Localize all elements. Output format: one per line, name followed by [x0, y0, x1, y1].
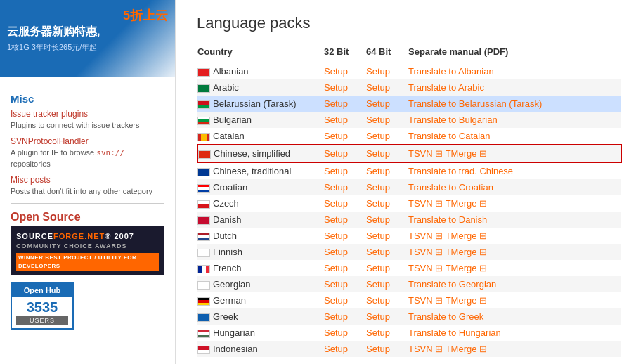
manual-link[interactable]: TSVN ⊞ TMerge ⊞ [408, 148, 487, 159]
setup-32bit[interactable]: Setup [324, 341, 366, 357]
setup-64bit-link[interactable]: Setup [366, 198, 390, 209]
manual-link[interactable]: TSVN ⊞ TMerge ⊞ [408, 263, 487, 273]
svnprotocol-link[interactable]: SVNProtocolHandler [11, 136, 164, 146]
setup-64bit-link[interactable]: Setup [366, 66, 390, 77]
setup-32bit[interactable]: Setup [324, 96, 366, 112]
setup-32bit[interactable]: Setup [324, 79, 366, 96]
manual-link[interactable]: Translate to Albanian [408, 66, 494, 77]
setup-32bit[interactable]: Setup [324, 308, 366, 325]
setup-64bit-link[interactable]: Setup [366, 344, 390, 354]
setup-64bit-link[interactable]: Setup [366, 182, 390, 193]
sidebar-ad[interactable]: 云服务器新购特惠, 5折上云 1核1G 3年时长265元/年起 [0, 0, 175, 77]
setup-32bit-link[interactable]: Setup [324, 230, 348, 241]
setup-64bit[interactable]: Setup [366, 96, 408, 112]
setup-64bit[interactable]: Setup [366, 244, 408, 260]
setup-64bit[interactable]: Setup [366, 260, 408, 276]
setup-64bit[interactable]: Setup [366, 112, 408, 128]
setup-64bit-link[interactable]: Setup [366, 214, 390, 225]
setup-32bit[interactable]: Setup [324, 179, 366, 195]
manual-cell[interactable]: Translate to Arabic [408, 79, 621, 96]
setup-64bit[interactable]: Setup [366, 63, 408, 80]
manual-cell[interactable]: Translate to Georgian [408, 276, 621, 292]
setup-64bit[interactable]: Setup [366, 195, 408, 212]
manual-link[interactable]: Translate to Georgian [408, 279, 496, 290]
setup-64bit-link[interactable]: Setup [366, 295, 390, 306]
setup-64bit[interactable]: Setup [366, 179, 408, 195]
setup-64bit-link[interactable]: Setup [366, 327, 390, 338]
manual-link[interactable]: Translate to Arabic [408, 82, 484, 93]
setup-64bit[interactable]: Setup [366, 228, 408, 244]
setup-64bit-link[interactable]: Setup [366, 148, 390, 159]
setup-64bit[interactable]: Setup [366, 162, 408, 179]
openhub-badge[interactable]: Open Hub 3535 USERS [11, 282, 74, 330]
setup-64bit[interactable]: Setup [366, 145, 408, 162]
setup-32bit[interactable]: Setup [324, 128, 366, 145]
setup-64bit[interactable]: Setup [366, 292, 408, 308]
manual-link[interactable]: Translate to Danish [408, 214, 487, 225]
setup-64bit-link[interactable]: Setup [366, 166, 390, 176]
manual-link[interactable]: Translate to Bulgarian [408, 115, 498, 125]
manual-cell[interactable]: TSVN ⊞ TMerge ⊞ [408, 292, 621, 308]
setup-32bit[interactable]: Setup [324, 145, 366, 162]
setup-32bit-link[interactable]: Setup [324, 279, 348, 290]
manual-cell[interactable]: TSVN ⊞ TMerge ⊞ [408, 145, 621, 162]
setup-32bit-link[interactable]: Setup [324, 295, 348, 306]
manual-cell[interactable]: TSVN ⊞ TMerge ⊞ [408, 195, 621, 212]
setup-32bit-link[interactable]: Setup [324, 214, 348, 225]
manual-cell[interactable]: Translate to Belarussian (Tarask) [408, 96, 621, 112]
setup-64bit-link[interactable]: Setup [366, 279, 390, 290]
manual-link[interactable]: TSVN ⊞ TMerge ⊞ [408, 230, 487, 241]
manual-cell[interactable]: TSVN ⊞ TMerge ⊞ [408, 244, 621, 260]
manual-cell[interactable]: Translate to Catalan [408, 128, 621, 145]
manual-link[interactable]: TSVN ⊞ TMerge ⊞ [408, 247, 487, 257]
setup-32bit[interactable]: Setup [324, 276, 366, 292]
setup-32bit-link[interactable]: Setup [324, 98, 348, 109]
manual-link[interactable]: Translate to Belarussian (Tarask) [408, 98, 542, 109]
setup-32bit-link[interactable]: Setup [324, 263, 348, 273]
setup-32bit[interactable]: Setup [324, 63, 366, 80]
setup-32bit[interactable]: Setup [324, 244, 366, 260]
setup-32bit-link[interactable]: Setup [324, 247, 348, 257]
manual-cell[interactable]: TSVN ⊞ TMerge ⊞ [408, 341, 621, 357]
setup-32bit-link[interactable]: Setup [324, 66, 348, 77]
setup-64bit-link[interactable]: Setup [366, 131, 390, 141]
manual-link[interactable]: Translate to trad. Chinese [408, 166, 513, 176]
manual-cell[interactable]: Translate to Albanian [408, 63, 621, 80]
setup-32bit-link[interactable]: Setup [324, 182, 348, 193]
setup-32bit-link[interactable]: Setup [324, 198, 348, 209]
setup-32bit-link[interactable]: Setup [324, 311, 348, 322]
manual-cell[interactable]: Translate to Hungarian [408, 325, 621, 341]
manual-link[interactable]: TSVN ⊞ TMerge ⊞ [408, 344, 487, 354]
setup-32bit-link[interactable]: Setup [324, 344, 348, 354]
manual-cell[interactable]: Translate to Greek [408, 308, 621, 325]
manual-link[interactable]: Translate to Greek [408, 311, 483, 322]
setup-32bit[interactable]: Setup [324, 162, 366, 179]
setup-64bit[interactable]: Setup [366, 212, 408, 228]
misc-posts-link[interactable]: Misc posts [11, 175, 164, 185]
setup-32bit-link[interactable]: Setup [324, 166, 348, 176]
manual-cell[interactable]: Translate to Bulgarian [408, 112, 621, 128]
setup-64bit-link[interactable]: Setup [366, 230, 390, 241]
setup-32bit-link[interactable]: Setup [324, 327, 348, 338]
setup-64bit-link[interactable]: Setup [366, 311, 390, 322]
setup-64bit-link[interactable]: Setup [366, 98, 390, 109]
setup-32bit[interactable]: Setup [324, 325, 366, 341]
sourceforge-badge[interactable]: SOURCEFORGE.NET® 2007 COMMUNITY CHOICE A… [11, 226, 164, 275]
manual-cell[interactable]: Translate to Croatian [408, 179, 621, 195]
issue-tracker-link[interactable]: Issue tracker plugins [11, 109, 164, 119]
setup-64bit[interactable]: Setup [366, 325, 408, 341]
manual-link[interactable]: Translate to Hungarian [408, 327, 501, 338]
manual-link[interactable]: Translate to Croatian [408, 182, 493, 193]
setup-32bit[interactable]: Setup [324, 212, 366, 228]
manual-cell[interactable]: Translate to Danish [408, 212, 621, 228]
setup-32bit[interactable]: Setup [324, 195, 366, 212]
manual-link[interactable]: TSVN ⊞ TMerge ⊞ [408, 198, 487, 209]
manual-cell[interactable]: TSVN ⊞ TMerge ⊞ [408, 260, 621, 276]
setup-64bit[interactable]: Setup [366, 341, 408, 357]
manual-cell[interactable]: TSVN ⊞ TMerge ⊞ [408, 228, 621, 244]
setup-32bit-link[interactable]: Setup [324, 131, 348, 141]
setup-64bit[interactable]: Setup [366, 308, 408, 325]
setup-64bit-link[interactable]: Setup [366, 115, 390, 125]
setup-32bit[interactable]: Setup [324, 228, 366, 244]
setup-32bit-link[interactable]: Setup [324, 148, 348, 159]
